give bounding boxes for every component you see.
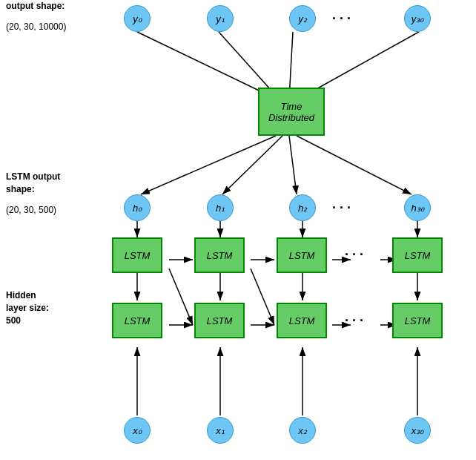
svg-line-5 (222, 136, 282, 194)
arrows-svg (0, 0, 476, 460)
lstm-output-label: LSTM output shape: (6, 171, 60, 196)
lstm-value-label: (20, 30, 500) (6, 204, 56, 217)
svg-line-4 (141, 136, 276, 194)
y30-node: y₃₀ (404, 5, 431, 32)
h0-node: h₀ (124, 194, 151, 221)
x0-node: x₀ (124, 417, 151, 444)
h30-node: h₃₀ (404, 194, 431, 221)
x2-node: x₂ (289, 417, 316, 444)
h2-node: h₂ (289, 194, 316, 221)
hidden-layer-label: Hidden layer size: 500 (6, 289, 49, 326)
diagram-container: output shape: (20, 30, 10000) LSTM outpu… (0, 0, 476, 460)
h1-node: h₁ (207, 194, 234, 221)
output-value-label: (20, 30, 10000) (6, 21, 66, 33)
output-shape-label: output shape: (6, 0, 65, 13)
lstm-bottom-2: LSTM (277, 303, 327, 338)
lstm-bottom-0: LSTM (112, 303, 162, 338)
y2-node: y₂ (289, 5, 316, 32)
svg-line-7 (297, 136, 411, 194)
lstm-bottom-1: LSTM (194, 303, 245, 338)
lstm-bottom-dots: · · · (345, 313, 363, 329)
y0-node: y₀ (124, 5, 151, 32)
lstm-bottom-3: LSTM (392, 303, 443, 338)
svg-line-6 (289, 136, 297, 194)
time-distributed-box: Time Distributed (258, 88, 325, 136)
y-dots: · · · (332, 11, 351, 27)
lstm-top-3: LSTM (392, 237, 443, 273)
h-dots: · · · (332, 200, 351, 216)
lstm-top-2: LSTM (277, 237, 327, 273)
svg-line-0 (137, 32, 274, 98)
lstm-top-dots: · · · (345, 247, 363, 263)
lstm-top-0: LSTM (112, 237, 162, 273)
x1-node: x₁ (207, 417, 234, 444)
y1-node: y₁ (207, 5, 234, 32)
svg-line-21 (251, 269, 274, 325)
lstm-top-1: LSTM (194, 237, 245, 273)
x30-node: x₃₀ (404, 417, 431, 444)
svg-line-20 (169, 269, 193, 325)
